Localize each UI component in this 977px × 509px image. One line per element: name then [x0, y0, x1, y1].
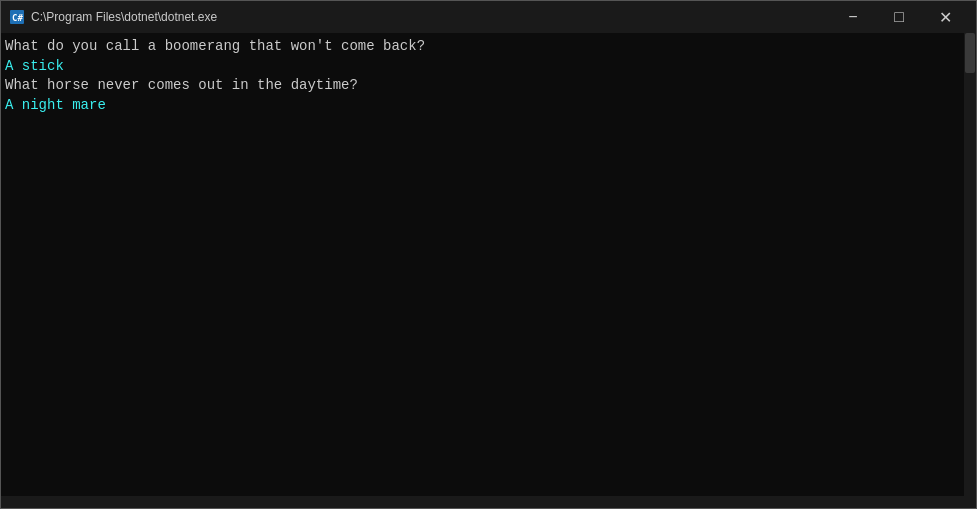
minimize-button[interactable]: − [830, 1, 876, 33]
dotnet-icon: C# [9, 9, 25, 25]
console-question-line: What do you call a boomerang that won't … [5, 38, 425, 54]
vertical-scrollbar[interactable] [964, 33, 976, 496]
console-answer-line: A stick [5, 58, 64, 74]
console-question-line: What horse never comes out in the daytim… [5, 77, 358, 93]
window-title: C:\Program Files\dotnet\dotnet.exe [31, 10, 217, 24]
close-button[interactable]: ✕ [922, 1, 968, 33]
title-bar-left: C# C:\Program Files\dotnet\dotnet.exe [9, 9, 217, 25]
horizontal-scrollbar[interactable] [1, 496, 964, 508]
maximize-button[interactable]: □ [876, 1, 922, 33]
title-bar-controls: − □ ✕ [830, 1, 968, 33]
console-output: What do you call a boomerang that won't … [5, 37, 972, 115]
scrollbar-corner [964, 496, 976, 508]
title-bar: C# C:\Program Files\dotnet\dotnet.exe − … [1, 1, 976, 33]
console-output-area[interactable]: What do you call a boomerang that won't … [1, 33, 976, 508]
console-answer-line: A night mare [5, 97, 106, 113]
svg-text:C#: C# [12, 13, 23, 23]
scroll-thumb-vertical[interactable] [965, 33, 975, 73]
console-window: C# C:\Program Files\dotnet\dotnet.exe − … [0, 0, 977, 509]
